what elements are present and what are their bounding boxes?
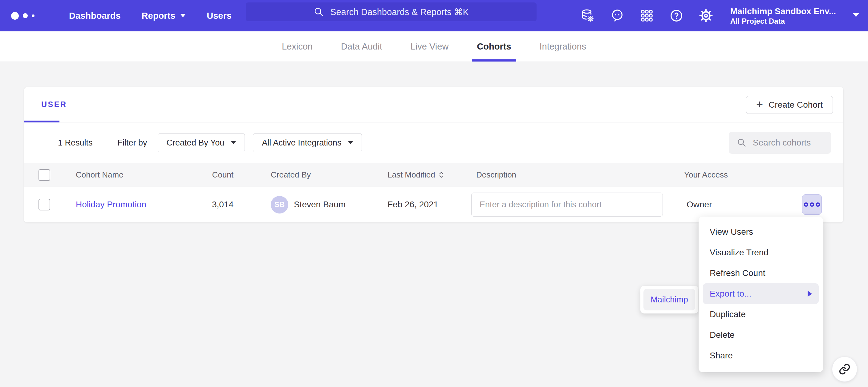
- top-nav-actions: Mailchimp Sandbox Env... All Project Dat…: [581, 0, 859, 31]
- global-search-input[interactable]: Search Dashboards & Reports ⌘K: [246, 2, 536, 21]
- nav-reports[interactable]: Reports: [142, 11, 186, 21]
- search-icon: [314, 7, 324, 17]
- search-cohorts-input[interactable]: [753, 138, 823, 148]
- filter-toolbar: 1 Results Filter by Created By You All A…: [24, 122, 843, 163]
- tab-lexicon[interactable]: Lexicon: [268, 31, 327, 62]
- filter-integrations-dropdown[interactable]: All Active Integrations: [253, 133, 362, 152]
- menu-item-visualize-trend[interactable]: Visualize Trend: [703, 242, 819, 263]
- search-cohorts-box[interactable]: [729, 132, 831, 154]
- create-cohort-button[interactable]: + Create Cohort: [746, 96, 833, 114]
- filter-created-by-value: Created By You: [167, 138, 224, 148]
- plus-icon: +: [756, 99, 763, 110]
- filter-created-by-dropdown[interactable]: Created By You: [158, 133, 245, 152]
- tab-cohorts[interactable]: Cohorts: [463, 31, 525, 62]
- project-switcher[interactable]: Mailchimp Sandbox Env... All Project Dat…: [730, 6, 836, 26]
- submenu-arrow-icon: [808, 291, 812, 297]
- chevron-down-icon: [231, 141, 236, 144]
- copy-link-button[interactable]: [832, 356, 857, 382]
- nav-dashboards[interactable]: Dashboards: [69, 11, 121, 21]
- tab-data-audit[interactable]: Data Audit: [327, 31, 396, 62]
- chevron-down-icon: [180, 14, 186, 17]
- card-header: USER + Create Cohort: [24, 87, 843, 122]
- cohorts-card: USER + Create Cohort 1 Results Filter by…: [24, 87, 843, 222]
- project-switcher-caret[interactable]: [852, 13, 859, 19]
- mixpanel-logo[interactable]: [11, 12, 48, 20]
- menu-item-share[interactable]: Share: [703, 345, 819, 366]
- more-dot: [816, 203, 820, 207]
- cohorts-page: Dashboards Reports Users Search Dashboar…: [0, 0, 868, 387]
- tab-cohorts-label: Cohorts: [477, 41, 511, 52]
- results-count: 1 Results: [58, 138, 93, 148]
- column-count: Count: [172, 163, 234, 187]
- data-management-icon[interactable]: [581, 9, 595, 23]
- table-header: Cohort Name Count Created By Last Modifi…: [24, 163, 843, 187]
- global-search-placeholder: Search Dashboards & Reports ⌘K: [330, 7, 469, 17]
- filter-integrations-value: All Active Integrations: [262, 138, 341, 148]
- apps-grid-icon[interactable]: [640, 9, 654, 23]
- menu-item-refresh-count[interactable]: Refresh Count: [703, 263, 819, 283]
- settings-gear-icon[interactable]: [699, 9, 713, 23]
- tab-integrations[interactable]: Integrations: [525, 31, 601, 62]
- row-actions-menu: View Users Visualize Trend Refresh Count…: [699, 217, 823, 372]
- filter-by-label: Filter by: [118, 138, 147, 148]
- cohort-count: 3,014: [172, 187, 234, 222]
- cohort-name-link[interactable]: Holiday Promotion: [76, 187, 146, 222]
- chevron-down-icon: [852, 13, 859, 17]
- select-all-checkbox[interactable]: [38, 169, 50, 181]
- top-nav: Dashboards Reports Users Search Dashboar…: [0, 0, 868, 31]
- more-dot: [804, 203, 808, 207]
- tab-live-view[interactable]: Live View: [396, 31, 463, 62]
- logo-dot: [11, 12, 19, 20]
- column-last-modified[interactable]: Last Modified: [388, 163, 443, 187]
- data-tabs: Lexicon Data Audit Live View Cohorts Int…: [0, 31, 868, 62]
- project-name: Mailchimp Sandbox Env...: [730, 6, 836, 16]
- column-cohort-name: Cohort Name: [76, 163, 124, 187]
- logo-dot: [23, 13, 28, 18]
- page-body: USER + Create Cohort 1 Results Filter by…: [0, 62, 868, 387]
- submenu-item-mailchimp[interactable]: Mailchimp: [644, 289, 695, 310]
- created-by-name: Steven Baum: [294, 200, 346, 210]
- divider: [105, 136, 105, 150]
- feedback-icon[interactable]: [610, 9, 624, 23]
- create-cohort-label: Create Cohort: [769, 100, 823, 110]
- active-tab-underline: [472, 59, 516, 62]
- tab-user-cohorts[interactable]: USER: [41, 100, 67, 109]
- column-created-by: Created By: [271, 163, 311, 187]
- project-scope: All Project Data: [730, 16, 836, 26]
- column-last-modified-label: Last Modified: [388, 170, 435, 180]
- description-input[interactable]: [471, 192, 663, 217]
- export-submenu: Mailchimp: [640, 286, 698, 314]
- row-actions-button[interactable]: [802, 195, 822, 215]
- more-dot: [810, 203, 814, 207]
- avatar: SB: [271, 196, 288, 213]
- menu-item-export-to[interactable]: Export to...: [703, 283, 819, 304]
- sort-icon: [439, 172, 443, 178]
- search-icon: [737, 138, 747, 148]
- column-description: Description: [476, 163, 516, 187]
- menu-item-duplicate[interactable]: Duplicate: [703, 304, 819, 324]
- row-checkbox[interactable]: [38, 199, 50, 210]
- menu-item-view-users[interactable]: View Users: [703, 221, 819, 242]
- logo-dot: [32, 14, 34, 17]
- menu-item-export-label: Export to...: [710, 289, 751, 299]
- nav-users[interactable]: Users: [207, 11, 231, 21]
- help-icon[interactable]: [669, 9, 683, 23]
- link-icon: [838, 363, 851, 375]
- column-your-access: Your Access: [684, 163, 728, 187]
- chevron-down-icon: [348, 141, 353, 144]
- created-by-cell: SB Steven Baum: [271, 187, 346, 222]
- nav-reports-label: Reports: [142, 11, 176, 21]
- primary-nav: Dashboards Reports Users: [48, 11, 231, 21]
- last-modified-cell: Feb 26, 2021: [388, 187, 438, 222]
- menu-item-delete[interactable]: Delete: [703, 324, 819, 345]
